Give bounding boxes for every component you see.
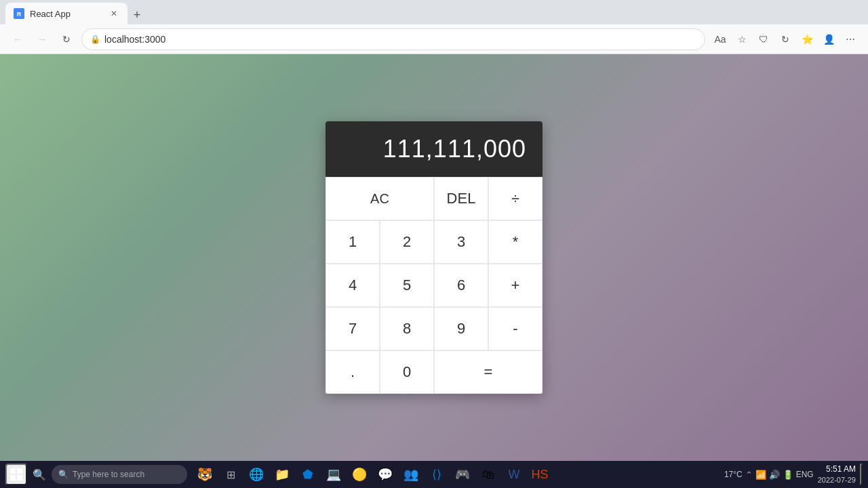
taskbar-app-files[interactable]: 📁	[270, 462, 294, 487]
toolbar-actions: Aa ☆ 🛡 ↻ ⭐ 👤 ⋯	[711, 30, 860, 49]
taskbar-search-box[interactable]: 🔍 Type here to search	[52, 465, 187, 484]
taskbar-clock[interactable]: 5:51 AM 2022-07-29	[818, 464, 856, 485]
nine-button[interactable]: 9	[434, 307, 488, 350]
taskbar-app-word[interactable]: W	[502, 462, 526, 487]
taskbar-search-button[interactable]: 🔍	[30, 465, 49, 484]
taskbar-app-store[interactable]: 🛍	[476, 462, 500, 487]
tab-bar: R React App ✕ +	[0, 0, 868, 24]
six-button[interactable]: 6	[434, 264, 488, 307]
divide-button[interactable]: ÷	[488, 177, 542, 220]
collections-button[interactable]: ⭐	[797, 30, 816, 49]
start-button[interactable]	[5, 464, 27, 485]
toolbar: ← → ↻ 🔒 Aa ☆ 🛡 ↻ ⭐ 👤 ⋯	[0, 24, 868, 54]
taskbar-app-taskview[interactable]: ⊞	[218, 462, 243, 487]
five-button[interactable]: 5	[380, 264, 434, 307]
two-button[interactable]: 2	[380, 220, 434, 264]
browser-chrome: R React App ✕ + ← → ↻ 🔒 Aa ☆ 🛡 ↻ ⭐ 👤 ⋯	[0, 0, 868, 54]
taskbar-battery-icon: 🔋	[783, 470, 793, 480]
taskbar-app-whatsapp[interactable]: 💬	[373, 462, 397, 487]
profile-button[interactable]: 👤	[819, 30, 838, 49]
back-button[interactable]: ←	[8, 30, 27, 49]
multiply-button[interactable]: *	[488, 220, 542, 264]
taskbar-temp: 17°C	[724, 470, 743, 479]
refresh-button[interactable]: ↻	[776, 30, 795, 49]
browser-tab[interactable]: R React App ✕	[5, 3, 127, 24]
taskbar-network-icon: 📶	[755, 470, 766, 480]
del-button[interactable]: DEL	[434, 177, 488, 220]
url-input[interactable]	[104, 34, 696, 45]
favorites-button[interactable]: ☆	[732, 30, 751, 49]
seven-button[interactable]: 7	[326, 307, 380, 350]
taskbar-volume-icon: 🔊	[769, 470, 780, 480]
taskbar-right: 17°C ⌃ 📶 🔊 🔋 ENG 5:51 AM 2022-07-29	[724, 464, 863, 485]
calculator-display: 111,111,000	[326, 121, 542, 177]
taskbar-language: ENG	[796, 470, 814, 479]
zero-button[interactable]: 0	[380, 350, 434, 394]
taskbar-search-placeholder: Type here to search	[73, 470, 144, 479]
reload-button[interactable]: ↻	[57, 30, 76, 49]
one-button[interactable]: 1	[326, 220, 380, 264]
minus-button[interactable]: -	[488, 307, 542, 350]
dot-button[interactable]: .	[326, 350, 380, 394]
page-content: 111,111,000 AC DEL ÷ 1 2 3 * 4 5 6 + 7 8…	[0, 54, 868, 461]
taskbar-app-edge2[interactable]: ⬟	[296, 462, 320, 487]
taskbar-time-value: 5:51 AM	[818, 464, 856, 475]
taskbar-apps: 🐯 ⊞ 🌐 📁 ⬟ 💻 🟡 💬 👥 ⟨⟩ 🎮 🛍 W HS	[193, 462, 552, 487]
address-bar[interactable]: 🔒	[81, 28, 705, 50]
taskbar-up-icon: ⌃	[745, 470, 753, 480]
four-button[interactable]: 4	[326, 264, 380, 307]
taskbar-app-teams[interactable]: 👥	[399, 462, 423, 487]
ac-button[interactable]: AC	[326, 177, 434, 220]
show-desktop-button[interactable]	[860, 464, 863, 485]
three-button[interactable]: 3	[434, 220, 488, 264]
taskbar-system-icons: 17°C ⌃ 📶 🔊 🔋 ENG	[724, 470, 814, 480]
taskbar-app-vscode[interactable]: ⟨⟩	[425, 462, 449, 487]
reader-view-button[interactable]: Aa	[711, 30, 730, 49]
taskbar-app-dell[interactable]: 💻	[321, 462, 346, 487]
taskbar-app-tiger[interactable]: 🐯	[193, 462, 217, 487]
forward-button[interactable]: →	[33, 30, 52, 49]
taskbar-app-edge[interactable]: 🌐	[244, 462, 269, 487]
taskbar-app-app7[interactable]: 🎮	[450, 462, 475, 487]
taskbar-app-app8[interactable]: HS	[528, 462, 552, 487]
taskbar-date-value: 2022-07-29	[818, 475, 856, 485]
taskbar-app-chrome[interactable]: 🟡	[347, 462, 372, 487]
tab-favicon: R	[14, 8, 24, 19]
buttons-grid: AC DEL ÷ 1 2 3 * 4 5 6 + 7 8 9 - . 0 =	[326, 177, 542, 394]
shield-icon-button[interactable]: 🛡	[754, 30, 773, 49]
windows-logo-icon	[10, 468, 22, 481]
display-value: 111,111,000	[383, 135, 526, 163]
equals-button[interactable]: =	[434, 350, 542, 394]
tab-close-button[interactable]: ✕	[108, 8, 119, 19]
new-tab-button[interactable]: +	[127, 5, 146, 24]
svg-text:R: R	[17, 11, 22, 18]
taskbar: 🔍 🔍 Type here to search 🐯 ⊞ 🌐 📁 ⬟ 💻 🟡 💬 …	[0, 461, 868, 488]
settings-button[interactable]: ⋯	[841, 30, 860, 49]
calculator: 111,111,000 AC DEL ÷ 1 2 3 * 4 5 6 + 7 8…	[326, 121, 542, 394]
plus-button[interactable]: +	[488, 264, 542, 307]
tab-title: React App	[30, 9, 71, 19]
lock-icon: 🔒	[90, 35, 100, 44]
eight-button[interactable]: 8	[380, 307, 434, 350]
taskbar-search-icon: 🔍	[58, 470, 68, 479]
